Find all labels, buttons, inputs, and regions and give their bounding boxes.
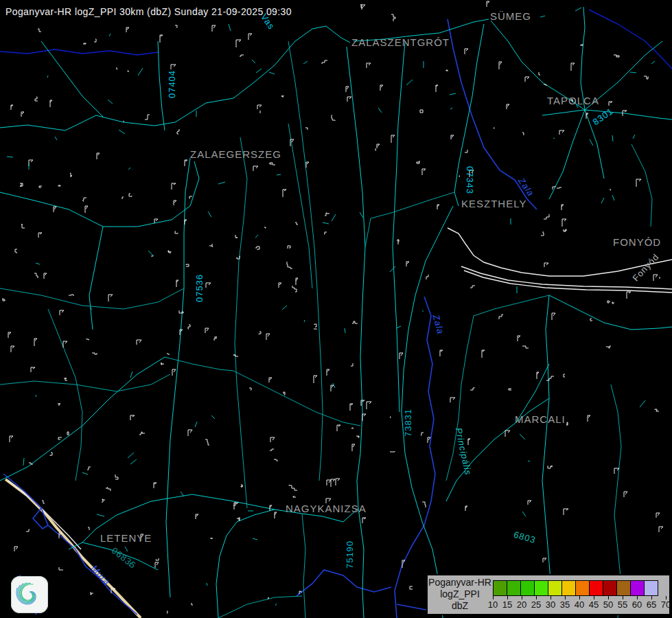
legend-swatch-55: [616, 580, 631, 596]
legend-colorbar: [493, 580, 658, 596]
legend-line-radar: Poganyvar-HR: [428, 577, 492, 588]
legend-swatch-20: [520, 580, 535, 596]
legend-swatch-15: [507, 580, 521, 596]
balaton-south-shore: [461, 266, 672, 289]
legend-product-text: Poganyvar-HR logZ_PPI dbZ: [428, 577, 492, 612]
legend-tick-label: 25: [531, 599, 541, 610]
legend-line-product: logZ_PPI: [428, 588, 492, 600]
legend-panel: Poganyvar-HR logZ_PPI dbZ 10152025303540…: [426, 574, 671, 615]
legend-swatch-35: [561, 580, 576, 596]
legend-tick-label: 65: [647, 599, 656, 610]
legend-tick-label: 15: [502, 599, 512, 610]
river-zala-upper: [448, 19, 537, 209]
legend-swatch-25: [534, 580, 548, 596]
legend-tick-label: 70: [661, 599, 671, 610]
legend-tick-label: 40: [575, 599, 584, 610]
legend-tick-label: 60: [632, 599, 642, 610]
legend-swatch-45: [589, 580, 603, 596]
cyclone-spiral-icon: [11, 576, 48, 613]
legend-ticklabels: 10152025303540455055606570: [493, 599, 667, 610]
legend-tick-label: 30: [546, 599, 555, 610]
balaton-north-shore: [448, 228, 672, 276]
radar-screenshot: Poganyvar-HR logZ_PPI 30km (dbZ) Sunday …: [0, 0, 672, 618]
legend-tick-label: 50: [603, 599, 613, 610]
legend-tick-label: 10: [488, 599, 498, 610]
legend-tick-label: 35: [560, 599, 570, 610]
radar-map: [0, 0, 672, 618]
product-title: Poganyvar-HR logZ_PPI 30km (dbZ) Sunday …: [5, 6, 292, 17]
legend-swatch-60: [630, 580, 645, 596]
legend-tick-label: 45: [589, 599, 599, 610]
legend-tick-label: 55: [618, 599, 627, 610]
legend-tick-label: 20: [517, 599, 526, 610]
river-zala: [395, 297, 435, 618]
legend-swatch-30: [548, 580, 562, 596]
legend-swatch-65: [644, 580, 658, 596]
legend-swatch-10: [493, 580, 507, 596]
legend-swatch-50: [603, 580, 617, 596]
legend-line-unit: dbZ: [428, 600, 492, 612]
legend-swatch-40: [575, 580, 590, 596]
